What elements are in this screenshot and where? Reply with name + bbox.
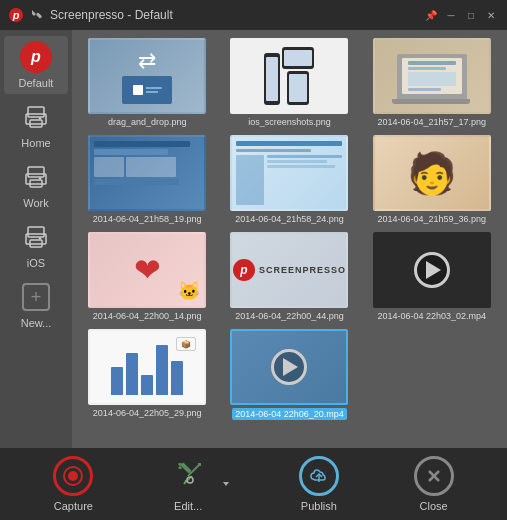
thumb-img-heart: ❤ 🐱 — [88, 232, 206, 308]
thumb-img-video2 — [230, 329, 348, 405]
thumb-label-heart: 2014-06-04_22h00_14.png — [93, 311, 202, 321]
thumbnail-screen-light[interactable]: 2014-06-04_21h58_24.png — [222, 135, 356, 224]
window-title: Screenpresso - Default — [50, 8, 173, 22]
sidebar-item-home-label: Home — [21, 137, 50, 149]
capture-label: Capture — [54, 500, 93, 512]
sidebar: p Default Home — [0, 30, 72, 448]
default-icon-area: p — [20, 41, 52, 73]
sidebar-item-ios-label: iOS — [27, 257, 45, 269]
edit-dropdown-button[interactable] — [218, 464, 234, 504]
bottom-toolbar: Capture Edit... — [0, 448, 507, 520]
sidebar-item-ios[interactable]: iOS — [4, 216, 68, 274]
close-icon — [414, 456, 454, 496]
thumb-img-video1 — [373, 232, 491, 308]
chart-bar-5 — [171, 361, 183, 395]
content-area[interactable]: ⇄ drag_and_drop.png — [72, 30, 507, 448]
capture-icon — [53, 456, 93, 496]
heart-visual: ❤ 🐱 — [90, 234, 204, 306]
screenpresso-logo-visual: p SCREENPRESSO — [233, 259, 346, 281]
thumbnail-chart[interactable]: 📦 2014-06-04_22h05_29.png — [80, 329, 214, 420]
thumb-img-chart: 📦 — [88, 329, 206, 405]
sp-logo-text: SCREENPRESSO — [259, 265, 346, 275]
minimize-button[interactable]: ─ — [443, 7, 459, 23]
maximize-button[interactable]: □ — [463, 7, 479, 23]
svg-rect-11 — [28, 227, 44, 237]
thumbnail-screen-blue[interactable]: 2014-06-04_21h58_19.png — [80, 135, 214, 224]
new-icon-area: + — [20, 281, 52, 313]
edit-tools-icon — [170, 458, 206, 494]
thumb-label-drag-drop: drag_and_drop.png — [108, 117, 187, 127]
laptop-visual — [375, 40, 489, 112]
ios-phones-visual — [264, 47, 314, 105]
thumbnail-video2[interactable]: 2014-06-04 22h06_20.mp4 — [222, 329, 356, 420]
thumb-img-photo: 🧑 — [373, 135, 491, 211]
thumb-label-video2: 2014-06-04 22h06_20.mp4 — [232, 408, 347, 420]
thumb-img-drag-drop: ⇄ — [88, 38, 206, 114]
edit-label: Edit... — [174, 500, 202, 512]
tools-icon-title — [30, 8, 44, 22]
thumb-label-video1: 2014-06-04 22h03_02.mp4 — [378, 311, 487, 321]
publish-label: Publish — [301, 500, 337, 512]
main-area: p Default Home — [0, 30, 507, 448]
plus-icon: + — [22, 283, 50, 311]
edit-button-group[interactable]: Edit... — [158, 456, 234, 512]
sidebar-item-new-label: New... — [21, 317, 52, 329]
svg-rect-8 — [26, 174, 46, 184]
screen-light-visual — [232, 137, 346, 209]
play-triangle-icon-2 — [283, 358, 298, 376]
svg-rect-4 — [26, 114, 46, 124]
svg-text:p: p — [12, 9, 20, 21]
chart-bar-4 — [156, 345, 168, 395]
thumb-img-screenpresso-logo: p SCREENPRESSO — [230, 232, 348, 308]
svg-marker-19 — [223, 482, 229, 486]
svg-point-6 — [39, 117, 41, 119]
heart-icon: ❤ — [134, 251, 161, 289]
printer-icon-work — [22, 163, 50, 191]
edit-icon-area — [168, 456, 208, 496]
sidebar-item-new[interactable]: + New... — [4, 276, 68, 334]
thumb-label-ios: ios_screenshots.png — [248, 117, 331, 127]
play-button-icon — [414, 252, 450, 288]
sidebar-item-home[interactable]: Home — [4, 96, 68, 154]
thumbnail-video1[interactable]: 2014-06-04 22h03_02.mp4 — [365, 232, 499, 321]
thumbnail-ios[interactable]: ios_screenshots.png — [222, 38, 356, 127]
thumb-label-chart: 2014-06-04_22h05_29.png — [93, 408, 202, 418]
publish-button[interactable]: Publish — [289, 456, 349, 512]
thumb-img-screen-blue — [88, 135, 206, 211]
thumb-label-photo: 2014-06-04_21h59_36.png — [378, 214, 487, 224]
thumb-label-laptop: 2014-06-04_21h57_17.png — [378, 117, 487, 127]
printer-icon-ios — [22, 223, 50, 251]
thumbnail-drag-drop[interactable]: ⇄ drag_and_drop.png — [80, 38, 214, 127]
sidebar-item-default[interactable]: p Default — [4, 36, 68, 94]
title-bar-left: p Screenpresso - Default — [8, 7, 173, 23]
x-icon — [423, 465, 445, 487]
thumb-label-screenpresso-logo: 2014-06-04_22h00_44.png — [235, 311, 344, 321]
sidebar-item-work[interactable]: Work — [4, 156, 68, 214]
thumb-label-screen-blue: 2014-06-04_21h58_19.png — [93, 214, 202, 224]
work-icon-area — [20, 161, 52, 193]
capture-button[interactable]: Capture — [43, 456, 103, 512]
pin-button[interactable]: 📌 — [423, 7, 439, 23]
chart-visual: 📦 — [90, 331, 204, 403]
svg-rect-12 — [26, 234, 46, 244]
edit-button[interactable]: Edit... — [158, 456, 218, 512]
chart-bar-1 — [111, 367, 123, 395]
screenpresso-p-icon: p — [20, 41, 52, 73]
title-bar: p Screenpresso - Default 📌 ─ □ ✕ — [0, 0, 507, 30]
thumb-img-laptop — [373, 38, 491, 114]
screen-blue-visual — [90, 137, 204, 209]
close-label: Close — [420, 500, 448, 512]
upload-cloud-icon — [308, 465, 330, 487]
thumbnail-screenpresso-logo[interactable]: p SCREENPRESSO 2014-06-04_22h00_44.png — [222, 232, 356, 321]
ios-icon-area — [20, 221, 52, 253]
thumbnail-photo[interactable]: 🧑 2014-06-04_21h59_36.png — [365, 135, 499, 224]
svg-rect-3 — [28, 107, 44, 117]
close-button[interactable]: ✕ — [483, 7, 499, 23]
close-button-toolbar[interactable]: Close — [404, 456, 464, 512]
thumbnail-heart[interactable]: ❤ 🐱 2014-06-04_22h00_14.png — [80, 232, 214, 321]
sp-logo-icon: p — [233, 259, 255, 281]
cat-face: 🐱 — [178, 280, 200, 302]
thumbnail-laptop[interactable]: 2014-06-04_21h57_17.png — [365, 38, 499, 127]
chart-bar-3 — [141, 375, 153, 395]
dnd-visual: ⇄ — [90, 40, 204, 112]
